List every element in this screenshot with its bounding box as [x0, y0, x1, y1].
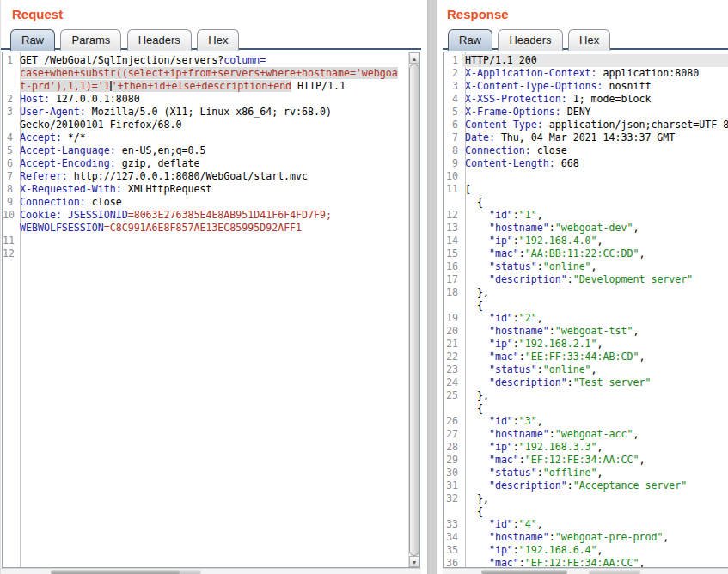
scrollbar-thumb[interactable]: [481, 570, 567, 574]
line-content: t-prd'),1,1)='1'+then+id+else+descriptio…: [17, 80, 407, 93]
request-editor[interactable]: 1GET /WebGoat/SqlInjection/servers?colum…: [2, 52, 420, 568]
line-content: "hostname":"webgoat-acc",: [462, 428, 728, 441]
code-line: 15 "mac":"AA:BB:11:22:CC:DD",: [444, 247, 728, 260]
splitter-handle[interactable]: [427, 0, 437, 574]
code-line: 7Date: Thu, 04 Mar 2021 14:33:37 GMT: [444, 131, 728, 144]
code-line: 3X-Content-Type-Options: nosniff: [444, 80, 728, 93]
scrollbar-thumb[interactable]: [409, 64, 419, 556]
line-number: 17: [444, 273, 462, 286]
line-number: [444, 196, 462, 209]
line-number: 5: [3, 144, 17, 157]
code-segment: ,: [591, 363, 597, 376]
code-segment: Content-Length:: [465, 157, 555, 169]
scrollbar-thumb[interactable]: [111, 570, 201, 574]
scrollbar-thumb[interactable]: [589, 570, 640, 574]
request-tab-raw[interactable]: Raw: [10, 29, 55, 51]
request-tab-params[interactable]: Params: [60, 29, 121, 51]
line-content: X-Frame-Options: DENY: [462, 106, 728, 119]
code-segment: 127.0.0.1:8080: [50, 93, 140, 105]
line-number: 28: [444, 441, 462, 454]
response-tab-hex[interactable]: Hex: [568, 29, 610, 51]
code-segment: {: [465, 505, 483, 517]
code-line: 18 },: [444, 286, 728, 299]
code-segment: "webgoat-acc": [555, 428, 633, 440]
code-segment: [465, 325, 489, 337]
request-tab-hex[interactable]: Hex: [197, 29, 239, 51]
line-number: 7: [444, 131, 462, 144]
line-content: X-Requested-With: XMLHttpRequest: [17, 183, 407, 196]
line-content: "ip":"192.168.3.3",: [462, 441, 728, 454]
line-content: Content-Length: 668: [462, 157, 728, 170]
line-content: "id":"4",: [462, 518, 728, 531]
line-number: 6: [3, 157, 17, 170]
code-segment: "3": [519, 415, 537, 427]
line-content: "description":"Acceptance server": [462, 479, 728, 492]
response-tab-bar: Raw Headers Hex: [443, 26, 728, 50]
code-segment: [465, 467, 489, 479]
scroll-down-icon[interactable]: ▼: [409, 556, 419, 567]
line-content: Connection: close: [17, 196, 407, 209]
request-horizontal-scrollbar[interactable]: [1, 568, 421, 574]
code-line: 28 "ip":"192.168.3.3",: [444, 441, 728, 454]
response-editor[interactable]: 1HTTP/1.1 2002X-Application-Context: app…: [443, 52, 728, 568]
line-content: Gecko/20100101 Firefox/68.0: [17, 119, 407, 131]
line-number: 1: [444, 54, 462, 67]
code-segment: :: [549, 222, 555, 234]
code-line: 30 "status":"offline",: [444, 467, 728, 479]
code-segment: :: [519, 557, 525, 568]
code-line: 5X-Frame-Options: DENY: [444, 106, 728, 119]
response-tab-headers[interactable]: Headers: [498, 29, 562, 51]
code-segment: "mac": [489, 454, 519, 466]
line-content: "description":"Test server": [462, 376, 728, 389]
code-segment: "offline": [543, 467, 597, 479]
code-segment: Mozilla/5.0 (X11; Linux x86_64; rv:68.0): [86, 106, 332, 118]
line-number: 7: [3, 170, 17, 183]
code-segment: },: [465, 389, 489, 401]
scroll-up-icon[interactable]: ▲: [409, 52, 419, 64]
request-vertical-scrollbar[interactable]: ▲ ▼: [408, 52, 419, 567]
code-segment: {: [465, 402, 483, 414]
code-segment: X-Requested-With:: [20, 183, 122, 195]
code-segment: :: [513, 518, 519, 530]
line-number: 3: [3, 106, 17, 119]
request-tab-headers[interactable]: Headers: [127, 29, 192, 51]
code-segment: "mac": [489, 351, 519, 363]
code-segment: },: [465, 286, 489, 298]
line-number: 21: [444, 338, 462, 351]
code-segment: "Development server": [573, 273, 694, 285]
code-segment: [465, 235, 489, 247]
response-tab-raw[interactable]: Raw: [448, 29, 492, 51]
code-segment: ,: [639, 454, 645, 466]
code-line: WEBWOLFSESSION=C8C991A6E8F857AE13EC85995…: [3, 222, 407, 235]
code-line: 3User-Agent: Mozilla/5.0 (X11; Linux x86…: [3, 106, 407, 119]
code-segment: "description": [489, 479, 567, 492]
line-content: Connection: close: [462, 144, 728, 157]
code-segment: DENY: [561, 106, 591, 118]
line-number: 11: [444, 183, 462, 196]
code-segment: [465, 544, 489, 556]
line-content: HTTP/1.1 200: [462, 54, 728, 67]
line-number: 23: [444, 363, 462, 376]
code-segment: case+when+substr((select+ip+from+servers…: [20, 67, 398, 79]
code-segment: Referer:: [20, 170, 68, 182]
response-horizontal-scrollbar[interactable]: [443, 568, 728, 574]
request-tab-bar: Raw Params Headers Hex: [1, 26, 421, 50]
code-segment: Content-Type:: [465, 119, 543, 131]
code-line: {: [444, 402, 728, 415]
line-content: X-Content-Type-Options: nosniff: [462, 80, 728, 93]
line-content: Date: Thu, 04 Mar 2021 14:33:37 GMT: [462, 131, 728, 144]
code-segment: ,: [597, 338, 603, 350]
line-content: Host: 127.0.0.1:8080: [17, 93, 407, 106]
code-line: 17 "description":"Development server": [444, 273, 728, 286]
code-segment: :: [513, 209, 519, 221]
line-content: "id":"3",: [462, 415, 728, 428]
code-line: 7Referer: http://127.0.0.1:8080/WebGoat/…: [3, 170, 407, 183]
code-segment: :: [513, 338, 519, 350]
line-content: "mac":"EF:12:FE:34:AA:CC",: [462, 557, 728, 568]
code-line: 36 "mac":"EF:12:FE:34:AA:CC",: [444, 557, 728, 568]
line-number: 25: [444, 389, 462, 402]
code-segment: :: [537, 467, 543, 479]
code-segment: {: [465, 299, 483, 311]
code-segment: Cookie:: [20, 209, 62, 221]
panel-splitter[interactable]: [421, 0, 443, 574]
